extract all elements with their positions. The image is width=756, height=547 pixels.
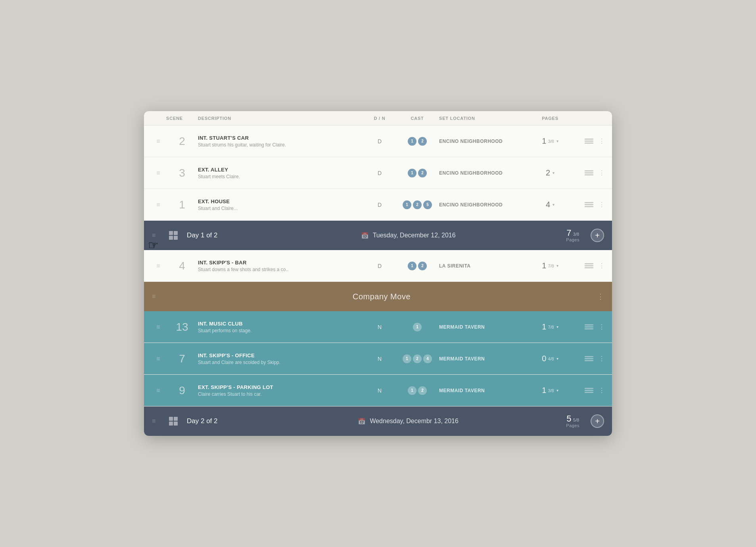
pages-chevron[interactable]: ▾ (556, 139, 558, 143)
stack-icon[interactable] (583, 353, 595, 364)
more-menu-icon[interactable]: ⋮ (598, 262, 606, 270)
day2-date-section: 📅 Wednesday, Decembr 13, 2016 (250, 418, 566, 425)
drag-handle[interactable]: ≡ (150, 355, 166, 362)
day1-pages-label: Pages (566, 237, 579, 242)
drag-handle[interactable]: ≡ (150, 169, 166, 177)
company-move-row: ≡ Company Move ⋮ (144, 282, 612, 311)
dm-cell: D (364, 138, 395, 144)
scene-subtitle: Stuart strums his guitar, waiting for Cl… (198, 142, 359, 148)
scene-row-3: ≡ 3 EXT. ALLEY Stuart meets Claire. D 1 … (144, 157, 612, 189)
company-move-drag[interactable]: ≡ (152, 293, 166, 300)
scene-row-13: ≡ 13 INT. MUSIC CLUB Stuart performs on … (144, 311, 612, 343)
pages-cell: 1 7/8 ▾ (526, 322, 574, 331)
cast-badge: 2 (418, 169, 427, 177)
scene-title: EXT. ALLEY (198, 167, 359, 173)
scene-description: EXT. SKIPP'S - PARKING LOT Claire carrie… (198, 384, 364, 397)
day2-pages-section: 5 5/8 Pages (566, 414, 579, 428)
more-menu-icon[interactable]: ⋮ (598, 201, 606, 209)
day1-header-wrapper: ≡ Day 1 of 2 📅 Tuesday, December 12, 201… (144, 221, 612, 250)
scene-number: 9 (166, 384, 198, 397)
cast-badge: 1 (408, 169, 416, 177)
day1-pages-section: 7 3/8 Pages (566, 229, 579, 242)
scene-row-1: ≡ 1 EXT. HOUSE Stuart and Claire... D 1 … (144, 189, 612, 221)
cast-cell: 1 2 (395, 262, 439, 270)
col-pages-header: PAGES (526, 116, 574, 121)
more-menu-icon[interactable]: ⋮ (598, 137, 606, 145)
pages-chevron[interactable]: ▾ (553, 202, 555, 207)
dm-cell: D (364, 263, 395, 269)
scene-title: EXT. HOUSE (198, 198, 359, 204)
cast-badge: 2 (418, 262, 427, 270)
cast-badge: 5 (423, 200, 432, 209)
company-move-more-icon[interactable]: ⋮ (597, 292, 604, 301)
day-drag-handle[interactable]: ≡ (152, 232, 166, 239)
pages-chevron[interactable]: ▾ (556, 388, 558, 393)
scene-row-4: ≡ 4 INT. SKIPP'S - BAR Stuart downs a fe… (144, 250, 612, 282)
pages-main: 0 (542, 354, 546, 363)
pages-frac: 3/8 (548, 388, 554, 393)
cast-badge: 1 (403, 200, 411, 209)
scene-subtitle: Stuart and Claire are scolded by Skipp. (198, 360, 359, 365)
day1-pages-frac: 3/8 (573, 232, 579, 237)
stack-icon[interactable] (583, 199, 595, 210)
scene-number: 3 (166, 167, 198, 179)
stack-icon[interactable] (583, 168, 595, 179)
icons-cell: ⋮ (574, 260, 606, 272)
cast-badge: 1 (413, 323, 422, 331)
calendar-icon: 📅 (361, 232, 369, 239)
day1-date-section: 📅 Tuesday, December 12, 2016 (250, 232, 566, 239)
cast-badge: 1 (403, 354, 411, 363)
cast-cell: 1 2 (395, 386, 439, 395)
stack-icon[interactable] (583, 322, 595, 333)
pages-cell: 1 3/8 ▾ (526, 137, 574, 146)
col-desc-header: DESCRIPTION (198, 116, 364, 121)
scene-number: 2 (166, 135, 198, 148)
pages-chevron[interactable]: ▾ (553, 171, 555, 175)
pages-frac: 7/8 (548, 325, 554, 329)
company-move-label: Company Move (166, 292, 597, 301)
drag-handle[interactable]: ≡ (150, 262, 166, 270)
main-container: SCENE DESCRIPTION D / N CAST SET LOCATIO… (144, 111, 612, 436)
drag-handle[interactable]: ≡ (150, 387, 166, 394)
day2-header: ≡ Day 2 of 2 📅 Wednesday, Decembr 13, 20… (144, 406, 612, 436)
icons-cell: ⋮ (574, 136, 606, 147)
day2-pages-num: 5 (566, 414, 571, 424)
stack-icon[interactable] (583, 385, 595, 396)
scene-title: INT. SKIPP'S - OFFICE (198, 352, 359, 358)
col-location-header: SET LOCATION (439, 116, 526, 121)
stack-icon[interactable] (583, 260, 595, 272)
pages-chevron[interactable]: ▾ (556, 356, 558, 361)
col-cast-header: CAST (395, 116, 439, 121)
pages-chevron[interactable]: ▾ (556, 325, 558, 329)
pages-cell: 0 4/8 ▾ (526, 354, 574, 363)
pages-main: 1 (542, 322, 546, 331)
more-menu-icon[interactable]: ⋮ (598, 355, 606, 363)
scene-title: EXT. SKIPP'S - PARKING LOT (198, 384, 359, 390)
pages-cell: 4 ▾ (526, 200, 574, 209)
more-menu-icon[interactable]: ⋮ (598, 323, 606, 331)
calendar-icon: 📅 (358, 418, 366, 425)
scene-number: 13 (166, 321, 198, 333)
stack-icon[interactable] (583, 136, 595, 147)
day1-pages-num: 7 (566, 228, 571, 238)
pages-chevron[interactable]: ▾ (556, 264, 558, 268)
day1-add-button[interactable]: + (591, 229, 604, 242)
scene-row-7: ≡ 7 INT. SKIPP'S - OFFICE Stuart and Cla… (144, 343, 612, 375)
cast-badge: 2 (413, 200, 422, 209)
scene-title: INT. STUART'S CAR (198, 135, 359, 141)
icons-cell: ⋮ (574, 168, 606, 179)
more-menu-icon[interactable]: ⋮ (598, 169, 606, 177)
day2-add-button[interactable]: + (591, 414, 604, 428)
dm-cell: N (364, 324, 395, 330)
drag-handle[interactable]: ≡ (150, 138, 166, 145)
drag-handle[interactable]: ≡ (150, 201, 166, 208)
cast-badge: 1 (408, 262, 416, 270)
pages-main: 4 (546, 200, 550, 209)
location-cell: MERMAID TAVERN (439, 356, 526, 362)
scene-row-2: ≡ 2 INT. STUART'S CAR Stuart strums his … (144, 125, 612, 157)
location-cell: MERMAID TAVERN (439, 388, 526, 393)
more-menu-icon[interactable]: ⋮ (598, 387, 606, 395)
day-drag-handle[interactable]: ≡ (152, 418, 166, 425)
scene-description: INT. SKIPP'S - BAR Stuart downs a few sh… (198, 260, 364, 272)
drag-handle[interactable]: ≡ (150, 324, 166, 331)
